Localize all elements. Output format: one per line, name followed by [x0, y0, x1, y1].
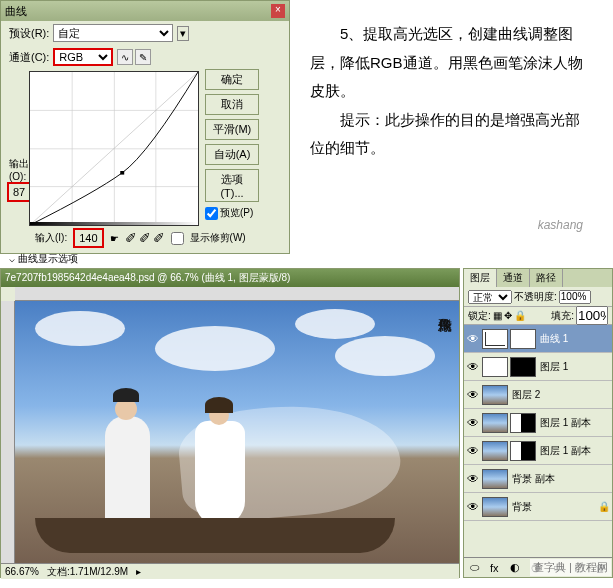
layer-mask-thumb[interactable]: [510, 441, 536, 461]
auto-button[interactable]: 自动(A): [205, 144, 259, 165]
visibility-icon[interactable]: 👁: [466, 472, 480, 486]
cloud-shape: [295, 309, 375, 339]
cloud-shape: [335, 336, 435, 376]
canvas-image[interactable]: 飛鳥像作: [15, 301, 459, 563]
visibility-icon[interactable]: 👁: [466, 332, 480, 346]
link-layers-icon[interactable]: ⬭: [470, 561, 479, 574]
preview-label: 预览(P): [220, 206, 253, 220]
bride-figure: [195, 421, 245, 526]
lock-label: 锁定:: [468, 309, 491, 323]
dialog-title: 曲线: [5, 4, 27, 19]
eyedropper-white-icon[interactable]: ✐: [153, 230, 165, 246]
opacity-label: 不透明度:: [514, 290, 557, 304]
layer-thumb[interactable]: [482, 497, 508, 517]
preview-checkbox[interactable]: [205, 207, 218, 220]
tab-paths[interactable]: 路径: [530, 269, 563, 287]
curves-dialog: 曲线 × 预设(R): 自定 ▾ 通道(C): RGB ∿ ✎ 输出(O): 8…: [0, 0, 290, 254]
boat-shape: [35, 518, 395, 553]
cloud-shape: [35, 311, 125, 346]
layer-mask-thumb[interactable]: [510, 329, 536, 349]
close-icon[interactable]: ×: [271, 4, 285, 18]
output-label: 输出(O):: [9, 157, 29, 182]
visibility-icon[interactable]: 👁: [466, 360, 480, 374]
lock-icon: 🔒: [598, 501, 610, 512]
cloud-shape: [155, 326, 275, 371]
eyedropper-gray-icon[interactable]: ✐: [139, 230, 151, 246]
output-value[interactable]: 87: [7, 182, 31, 202]
mask-icon[interactable]: ◐: [510, 561, 520, 574]
smooth-button[interactable]: 平滑(M): [205, 119, 259, 140]
visibility-icon[interactable]: 👁: [466, 388, 480, 402]
fill-input[interactable]: [576, 306, 608, 325]
preset-select[interactable]: 自定: [53, 24, 173, 42]
lock-all-icon[interactable]: 🔒: [514, 310, 526, 321]
layer-name[interactable]: 图层 2: [510, 388, 610, 402]
visibility-icon[interactable]: 👁: [466, 444, 480, 458]
layer-item[interactable]: 👁 背景 🔒: [464, 493, 612, 521]
layer-item[interactable]: 👁 图层 1 副本: [464, 437, 612, 465]
doc-size: 文档:1.71M/12.9M: [47, 565, 128, 579]
layer-item[interactable]: 👁 图层 2: [464, 381, 612, 409]
fx-icon[interactable]: fx: [490, 562, 499, 574]
instruction-p1: 5、提取高光选区，创建曲线调整图层，降低RGB通道。用黑色画笔涂沫人物皮肤。: [310, 20, 593, 106]
finger-tool-icon[interactable]: ☛: [110, 233, 119, 244]
layers-panel: 图层 通道 路径 正常 不透明度: 锁定: ▦ ✥ 🔒 填充: 👁 曲线 1: [463, 268, 613, 578]
lock-position-icon[interactable]: ✥: [504, 310, 512, 321]
groom-figure: [105, 416, 150, 526]
ruler-horizontal[interactable]: [15, 287, 459, 301]
cancel-button[interactable]: 取消: [205, 94, 259, 115]
layer-name[interactable]: 背景 副本: [510, 472, 610, 486]
visibility-icon[interactable]: 👁: [466, 416, 480, 430]
options-button[interactable]: 选项(T)...: [205, 169, 259, 202]
show-clip-checkbox[interactable]: [171, 232, 184, 245]
layer-item[interactable]: 👁 曲线 1: [464, 325, 612, 353]
layer-item[interactable]: 👁 图层 1 副本: [464, 409, 612, 437]
layer-name[interactable]: 图层 1 副本: [538, 416, 610, 430]
layer-item[interactable]: 👁 图层 1: [464, 353, 612, 381]
ps-title-bar[interactable]: 7e7207fb1985642d4e4aea48.psd @ 66.7% (曲线…: [1, 269, 459, 287]
watermark-bottom: 查字典 | 教程网: [530, 559, 611, 576]
svg-rect-7: [120, 171, 124, 175]
blend-mode-select[interactable]: 正常: [468, 290, 512, 304]
curves-display-options[interactable]: ⌵ 曲线显示选项: [1, 250, 289, 268]
layer-thumb[interactable]: [482, 329, 508, 349]
tab-layers[interactable]: 图层: [464, 269, 497, 287]
preset-menu-icon[interactable]: ▾: [177, 26, 189, 41]
layer-list: 👁 曲线 1 👁 图层 1 👁 图层 2 👁 图层 1 副本: [464, 325, 612, 557]
watermark-mid: kashang: [538, 218, 583, 232]
layer-item[interactable]: 👁 背景 副本: [464, 465, 612, 493]
zoom-level[interactable]: 66.67%: [5, 566, 39, 577]
opacity-input[interactable]: [559, 290, 591, 304]
tab-channels[interactable]: 通道: [497, 269, 530, 287]
curve-tool-icon[interactable]: ∿: [117, 49, 133, 65]
status-chevron-icon[interactable]: ▸: [136, 566, 141, 577]
ok-button[interactable]: 确定: [205, 69, 259, 90]
layer-name[interactable]: 曲线 1: [538, 332, 610, 346]
ps-status-bar: 66.67% 文档:1.71M/12.9M ▸: [1, 563, 459, 579]
instruction-p2: 提示：此步操作的目的是增强高光部位的细节。: [310, 106, 593, 163]
ps-doc-title: 7e7207fb1985642d4e4aea48.psd @ 66.7% (曲线…: [5, 271, 290, 285]
ruler-vertical[interactable]: [1, 301, 15, 563]
layer-thumb[interactable]: [482, 469, 508, 489]
preset-label: 预设(R):: [9, 26, 49, 41]
layer-thumb[interactable]: [482, 385, 508, 405]
ps-document-window: 7e7207fb1985642d4e4aea48.psd @ 66.7% (曲线…: [0, 268, 460, 578]
lock-pixels-icon[interactable]: ▦: [493, 310, 502, 321]
curves-graph[interactable]: [29, 71, 199, 226]
layer-mask-thumb[interactable]: [510, 357, 536, 377]
show-clip-label: 显示修剪(W): [190, 231, 246, 245]
layer-name[interactable]: 背景: [510, 500, 596, 514]
visibility-icon[interactable]: 👁: [466, 500, 480, 514]
pencil-tool-icon[interactable]: ✎: [135, 49, 151, 65]
layer-thumb[interactable]: [482, 357, 508, 377]
channel-select[interactable]: RGB: [53, 48, 113, 66]
layer-thumb[interactable]: [482, 413, 508, 433]
fill-label: 填充:: [551, 309, 574, 323]
layer-mask-thumb[interactable]: [510, 413, 536, 433]
input-value[interactable]: 140: [73, 228, 103, 248]
dialog-title-bar[interactable]: 曲线 ×: [1, 1, 289, 21]
layer-thumb[interactable]: [482, 441, 508, 461]
eyedropper-black-icon[interactable]: ✐: [125, 230, 137, 246]
layer-name[interactable]: 图层 1 副本: [538, 444, 610, 458]
layer-name[interactable]: 图层 1: [538, 360, 610, 374]
